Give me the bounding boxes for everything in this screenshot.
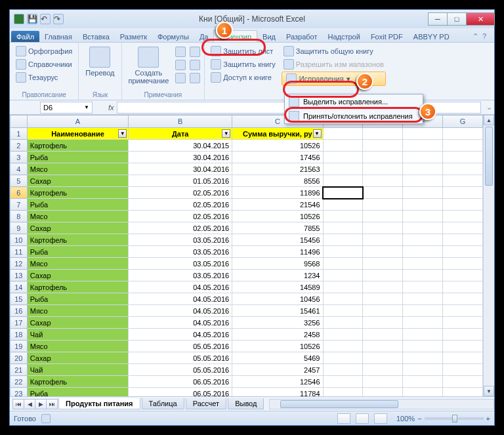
cell[interactable]: Сахар: [27, 175, 129, 187]
cell[interactable]: [403, 317, 443, 329]
fx-icon[interactable]: fx: [108, 104, 114, 112]
filter-icon[interactable]: ▼: [313, 129, 322, 138]
cell[interactable]: [403, 152, 443, 163]
scroll-thumb[interactable]: [485, 127, 493, 186]
view-pagebreak-icon[interactable]: [374, 413, 387, 424]
cell[interactable]: [443, 305, 483, 317]
cell[interactable]: [403, 211, 443, 222]
cell[interactable]: [323, 341, 363, 352]
cell[interactable]: [403, 234, 443, 246]
cell[interactable]: Чай: [27, 329, 129, 341]
cell[interactable]: [363, 222, 403, 234]
cell[interactable]: 9568: [232, 258, 323, 270]
cell[interactable]: 06.05.2016: [129, 388, 232, 397]
cell[interactable]: [323, 128, 363, 140]
select-all-corner[interactable]: [10, 115, 28, 128]
name-box[interactable]: D6▼: [40, 102, 93, 114]
cell[interactable]: [443, 140, 483, 152]
cell[interactable]: 02.05.2016: [129, 211, 232, 222]
cell[interactable]: [323, 258, 363, 270]
cell[interactable]: [323, 376, 363, 388]
row-header[interactable]: 9: [10, 222, 28, 234]
cell[interactable]: Мясо: [27, 305, 129, 317]
cell[interactable]: [403, 352, 443, 364]
cell[interactable]: Сахар: [27, 352, 129, 364]
col-header-b[interactable]: B: [129, 115, 232, 128]
tab-formulas[interactable]: Формулы: [152, 31, 194, 42]
cell[interactable]: [323, 281, 363, 293]
cell[interactable]: Картофель: [27, 187, 129, 199]
cell[interactable]: Рыба: [27, 199, 129, 211]
cell[interactable]: [403, 341, 443, 352]
zoom-in-icon[interactable]: +: [486, 415, 490, 423]
cell[interactable]: [403, 364, 443, 376]
tab-foxit[interactable]: Foxit PDF: [366, 31, 408, 42]
row-header[interactable]: 11: [10, 246, 28, 258]
btn-share-book[interactable]: Доступ к книге: [209, 72, 278, 83]
row-header[interactable]: 14: [10, 281, 28, 293]
cell[interactable]: 04.05.2016: [129, 317, 232, 329]
cell[interactable]: 1234: [232, 270, 323, 281]
cell[interactable]: [403, 329, 443, 341]
cell[interactable]: [363, 317, 403, 329]
row-header[interactable]: 12: [10, 258, 28, 270]
cell[interactable]: [403, 376, 443, 388]
tab-addins[interactable]: Надстрой: [322, 31, 365, 42]
cell[interactable]: [443, 152, 483, 163]
cell[interactable]: 04.05.2016: [129, 305, 232, 317]
cell[interactable]: [323, 317, 363, 329]
cell[interactable]: [363, 352, 403, 364]
cell[interactable]: 7855: [232, 222, 323, 234]
show-comment-icon[interactable]: [190, 47, 200, 57]
cell[interactable]: [443, 163, 483, 175]
cell[interactable]: [323, 211, 363, 222]
col-header-a[interactable]: A: [27, 115, 129, 128]
cell[interactable]: [323, 329, 363, 341]
row-header[interactable]: 23: [10, 388, 28, 397]
cell[interactable]: Рыба: [27, 293, 129, 305]
cell[interactable]: 03.05.2016: [129, 270, 232, 281]
cell[interactable]: Картофель: [27, 376, 129, 388]
cell[interactable]: [323, 199, 363, 211]
maximize-button[interactable]: □: [447, 12, 467, 26]
expand-formula-icon[interactable]: ⌄: [484, 103, 494, 112]
sheet-tab-2[interactable]: Таблица: [142, 398, 184, 409]
qat-redo-icon[interactable]: ↷: [53, 14, 64, 24]
cell[interactable]: [363, 293, 403, 305]
tab-data[interactable]: Да: [194, 31, 214, 42]
cell[interactable]: 5469: [232, 352, 323, 364]
cell[interactable]: Мясо: [27, 211, 129, 222]
cell[interactable]: 05.05.2016: [129, 364, 232, 376]
cell[interactable]: [443, 222, 483, 234]
cell[interactable]: [403, 246, 443, 258]
cell[interactable]: [443, 317, 483, 329]
row-header[interactable]: 16: [10, 305, 28, 317]
cell[interactable]: Картофель: [27, 140, 129, 152]
cell[interactable]: [403, 293, 443, 305]
filter-icon[interactable]: ▼: [222, 129, 230, 138]
cell[interactable]: [443, 211, 483, 222]
row-header[interactable]: 7: [10, 199, 28, 211]
btn-protect-sheet[interactable]: Защитить лист: [209, 45, 278, 57]
view-normal-icon[interactable]: [337, 413, 350, 424]
cell[interactable]: 21546: [232, 199, 323, 211]
cell[interactable]: [363, 246, 403, 258]
qat-undo-icon[interactable]: ↶: [40, 14, 51, 24]
cell[interactable]: [443, 293, 483, 305]
macro-record-icon[interactable]: [41, 414, 51, 423]
row-header[interactable]: 20: [10, 352, 28, 364]
cell[interactable]: [443, 376, 483, 388]
tab-insert[interactable]: Вставка: [77, 31, 115, 42]
cell[interactable]: [443, 199, 483, 211]
table-header-date[interactable]: Дата▼: [129, 128, 232, 140]
cell[interactable]: [443, 246, 483, 258]
show-all-comments-icon[interactable]: [190, 60, 200, 70]
cell[interactable]: 3256: [232, 317, 323, 329]
cell[interactable]: Сахар: [27, 270, 129, 281]
btn-new-comment[interactable]: Создать примечание: [126, 45, 172, 86]
row-header[interactable]: 13: [10, 270, 28, 281]
row-header[interactable]: 5: [10, 175, 28, 187]
row-header[interactable]: 18: [10, 329, 28, 341]
tab-view[interactable]: Вид: [257, 31, 281, 42]
zoom-out-icon[interactable]: −: [417, 415, 421, 423]
